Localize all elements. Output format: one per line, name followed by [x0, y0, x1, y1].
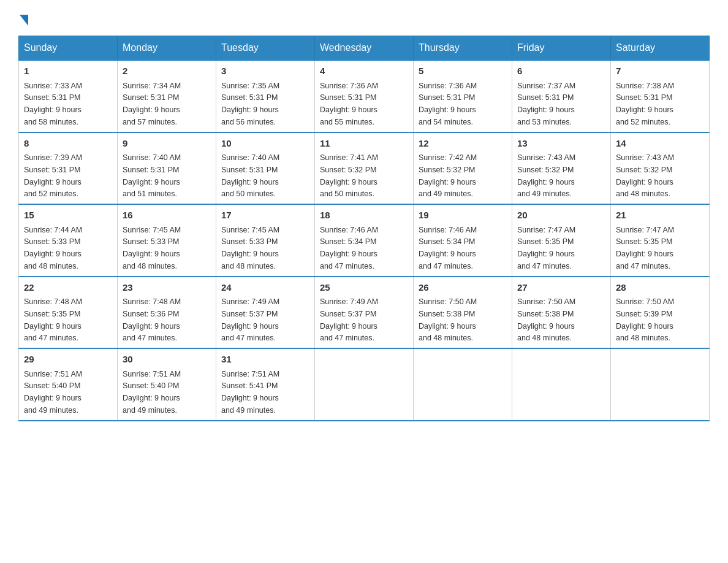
daylight-minutes-info: and 48 minutes. [517, 334, 572, 342]
daylight-info: Daylight: 9 hours [616, 178, 673, 186]
calendar-cell: 14 Sunrise: 7:43 AM Sunset: 5:32 PM Dayl… [611, 132, 710, 205]
calendar-cell: 23 Sunrise: 7:48 AM Sunset: 5:36 PM Dayl… [118, 277, 216, 349]
sunset-info: Sunset: 5:40 PM [24, 381, 80, 390]
sunset-info: Sunset: 5:37 PM [320, 310, 376, 318]
daylight-minutes-info: and 52 minutes. [24, 190, 78, 198]
sunrise-info: Sunrise: 7:33 AM [24, 82, 82, 90]
daylight-minutes-info: and 48 minutes. [123, 262, 177, 270]
sunset-info: Sunset: 5:34 PM [419, 237, 475, 246]
day-number: 27 [517, 281, 605, 295]
sunrise-info: Sunrise: 7:36 AM [320, 82, 378, 90]
daylight-info: Daylight: 9 hours [221, 322, 279, 331]
day-number: 24 [221, 281, 309, 295]
calendar-cell: 20 Sunrise: 7:47 AM Sunset: 5:35 PM Dayl… [512, 204, 611, 277]
daylight-info: Daylight: 9 hours [616, 105, 673, 114]
sunrise-info: Sunrise: 7:43 AM [517, 153, 575, 162]
calendar-cell: 21 Sunrise: 7:47 AM Sunset: 5:35 PM Dayl… [611, 204, 710, 277]
day-number: 22 [24, 281, 112, 295]
header-day-friday: Friday [512, 36, 611, 61]
daylight-info: Daylight: 9 hours [123, 394, 180, 402]
calendar-cell: 31 Sunrise: 7:51 AM Sunset: 5:41 PM Dayl… [216, 348, 315, 421]
sunset-info: Sunset: 5:32 PM [320, 166, 376, 174]
week-row-1: 1 Sunrise: 7:33 AM Sunset: 5:31 PM Dayli… [19, 60, 710, 132]
daylight-info: Daylight: 9 hours [24, 178, 82, 186]
calendar-cell: 7 Sunrise: 7:38 AM Sunset: 5:31 PM Dayli… [611, 60, 710, 132]
sunset-info: Sunset: 5:35 PM [517, 237, 574, 246]
sunrise-info: Sunrise: 7:45 AM [123, 226, 181, 234]
daylight-info: Daylight: 9 hours [419, 322, 476, 331]
daylight-info: Daylight: 9 hours [221, 250, 279, 258]
daylight-minutes-info: and 47 minutes. [320, 262, 374, 270]
sunrise-info: Sunrise: 7:51 AM [123, 370, 181, 378]
day-number: 11 [320, 137, 408, 151]
calendar-cell: 6 Sunrise: 7:37 AM Sunset: 5:31 PM Dayli… [512, 60, 611, 132]
calendar-cell: 10 Sunrise: 7:40 AM Sunset: 5:31 PM Dayl… [216, 132, 315, 205]
sunset-info: Sunset: 5:34 PM [320, 237, 376, 246]
calendar-cell [512, 348, 611, 421]
day-number: 10 [221, 137, 309, 151]
calendar-cell: 27 Sunrise: 7:50 AM Sunset: 5:38 PM Dayl… [512, 277, 611, 349]
sunset-info: Sunset: 5:31 PM [221, 93, 278, 102]
day-number: 30 [123, 353, 211, 367]
sunrise-info: Sunrise: 7:47 AM [517, 226, 575, 234]
calendar-cell: 19 Sunrise: 7:46 AM Sunset: 5:34 PM Dayl… [414, 204, 512, 277]
day-number: 26 [419, 281, 507, 295]
header-day-monday: Monday [118, 36, 216, 61]
sunset-info: Sunset: 5:40 PM [123, 381, 179, 390]
day-number: 9 [123, 137, 211, 151]
calendar-cell: 1 Sunrise: 7:33 AM Sunset: 5:31 PM Dayli… [19, 60, 118, 132]
sunrise-info: Sunrise: 7:40 AM [123, 153, 181, 162]
day-number: 2 [123, 64, 211, 79]
sunrise-info: Sunrise: 7:45 AM [221, 226, 279, 234]
calendar-cell: 28 Sunrise: 7:50 AM Sunset: 5:39 PM Dayl… [611, 277, 710, 349]
sunrise-info: Sunrise: 7:42 AM [419, 153, 477, 162]
sunset-info: Sunset: 5:37 PM [221, 310, 278, 318]
sunrise-info: Sunrise: 7:34 AM [123, 82, 181, 90]
sunrise-info: Sunrise: 7:48 AM [123, 297, 181, 306]
calendar-cell: 12 Sunrise: 7:42 AM Sunset: 5:32 PM Dayl… [414, 132, 512, 205]
sunrise-info: Sunrise: 7:39 AM [24, 153, 82, 162]
sunset-info: Sunset: 5:38 PM [517, 310, 574, 318]
week-row-5: 29 Sunrise: 7:51 AM Sunset: 5:40 PM Dayl… [19, 348, 710, 421]
calendar-cell: 24 Sunrise: 7:49 AM Sunset: 5:37 PM Dayl… [216, 277, 315, 349]
sunset-info: Sunset: 5:39 PM [616, 310, 672, 318]
sunset-info: Sunset: 5:31 PM [320, 93, 376, 102]
daylight-info: Daylight: 9 hours [320, 178, 377, 186]
week-row-4: 22 Sunrise: 7:48 AM Sunset: 5:35 PM Dayl… [19, 277, 710, 349]
sunrise-info: Sunrise: 7:51 AM [221, 370, 279, 378]
day-number: 7 [616, 64, 704, 79]
daylight-minutes-info: and 56 minutes. [221, 118, 276, 126]
sunset-info: Sunset: 5:33 PM [221, 237, 278, 246]
day-number: 31 [221, 353, 309, 367]
header-day-tuesday: Tuesday [216, 36, 315, 61]
sunrise-info: Sunrise: 7:37 AM [517, 82, 575, 90]
daylight-info: Daylight: 9 hours [616, 250, 673, 258]
day-number: 17 [221, 209, 309, 223]
header-row: SundayMondayTuesdayWednesdayThursdayFrid… [19, 36, 710, 61]
calendar-cell: 26 Sunrise: 7:50 AM Sunset: 5:38 PM Dayl… [414, 277, 512, 349]
calendar-cell: 17 Sunrise: 7:45 AM Sunset: 5:33 PM Dayl… [216, 204, 315, 277]
daylight-minutes-info: and 48 minutes. [616, 334, 670, 342]
week-row-3: 15 Sunrise: 7:44 AM Sunset: 5:33 PM Dayl… [19, 204, 710, 277]
sunset-info: Sunset: 5:31 PM [123, 93, 179, 102]
sunrise-info: Sunrise: 7:49 AM [320, 297, 378, 306]
day-number: 18 [320, 209, 408, 223]
sunrise-info: Sunrise: 7:50 AM [419, 297, 477, 306]
calendar-cell: 16 Sunrise: 7:45 AM Sunset: 5:33 PM Dayl… [118, 204, 216, 277]
daylight-minutes-info: and 47 minutes. [616, 262, 670, 270]
day-number: 8 [24, 137, 112, 151]
daylight-minutes-info: and 47 minutes. [221, 334, 276, 342]
sunset-info: Sunset: 5:31 PM [123, 166, 179, 174]
calendar-body: 1 Sunrise: 7:33 AM Sunset: 5:31 PM Dayli… [19, 60, 710, 421]
daylight-minutes-info: and 54 minutes. [419, 118, 473, 126]
sunrise-info: Sunrise: 7:51 AM [24, 370, 82, 378]
day-number: 20 [517, 209, 605, 223]
daylight-minutes-info: and 58 minutes. [24, 118, 78, 126]
daylight-minutes-info: and 47 minutes. [320, 334, 374, 342]
daylight-minutes-info: and 57 minutes. [123, 118, 177, 126]
daylight-info: Daylight: 9 hours [123, 322, 180, 331]
sunrise-info: Sunrise: 7:38 AM [616, 82, 674, 90]
day-number: 29 [24, 353, 112, 367]
day-number: 5 [419, 64, 507, 79]
daylight-minutes-info: and 47 minutes. [24, 334, 78, 342]
